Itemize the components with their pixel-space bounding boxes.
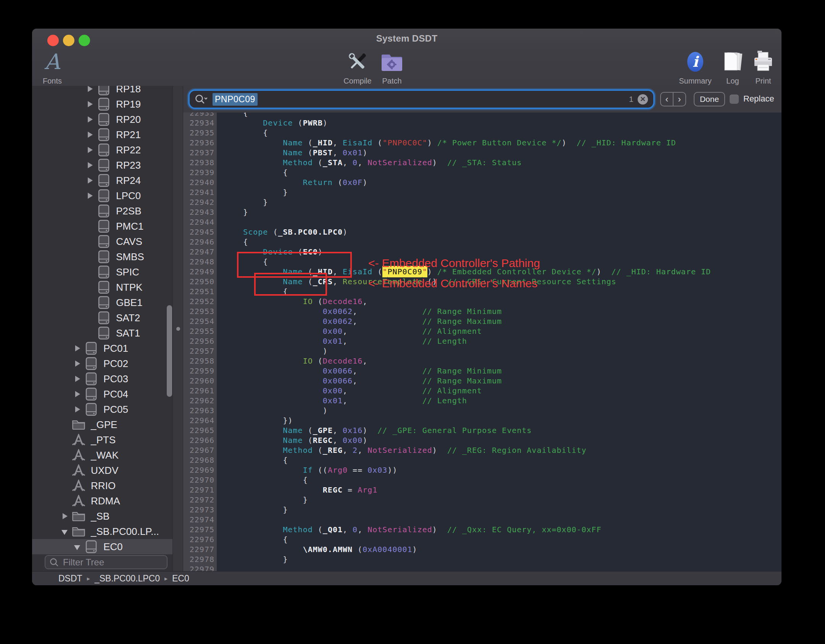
filter-tree-input[interactable]: Filter Tree — [45, 555, 168, 569]
sidebar-item-gbe1[interactable]: GBE1 — [32, 295, 172, 310]
folder-icon — [72, 419, 85, 430]
sidebar-item--pts[interactable]: _PTS — [32, 432, 172, 448]
tree-item-label: SPIC — [116, 266, 139, 278]
tree-item-label: RDMA — [91, 495, 120, 507]
disclosure-collapsed-icon[interactable] — [85, 127, 96, 142]
line-number: 22934 — [183, 118, 217, 128]
sidebar-scrollbar-thumb[interactable] — [167, 305, 172, 397]
line-number: 22953 — [183, 306, 217, 316]
breadcrumb-item[interactable]: EC0 — [172, 573, 189, 584]
code-line-22937: 22937 Name (PBST, 0x01) — [183, 148, 781, 158]
toolbar-patch-button[interactable]: Patch — [365, 49, 419, 86]
next-match-button[interactable]: › — [674, 93, 685, 106]
code-line-22953: 22953 0x0062, // Range Minimum — [183, 306, 781, 316]
sidebar-item-p2sb[interactable]: P2SB — [32, 203, 172, 219]
disclosure-collapsed-icon[interactable] — [85, 158, 96, 173]
names-annotation: <- Embedded Controller's Names — [368, 277, 537, 290]
tree-item-label: EC0 — [103, 541, 123, 553]
disclosure-expanded-icon[interactable] — [72, 539, 84, 554]
disclosure-collapsed-icon[interactable] — [72, 356, 84, 371]
disclosure-collapsed-icon[interactable] — [85, 173, 96, 188]
disclosure-spacer — [85, 310, 96, 325]
sidebar-item-pc01[interactable]: PC01 — [32, 341, 172, 356]
disclosure-collapsed-icon[interactable] — [85, 112, 96, 127]
dsdt-tree: RP18RP19RP20RP21RP22RP23RP24LPC0P2SBPMC1… — [32, 86, 172, 554]
toolbar-print-button[interactable]: Print — [736, 49, 781, 86]
clear-search-icon[interactable]: ✕ — [638, 94, 648, 105]
tree-item-label: _WAK — [91, 449, 119, 461]
sidebar-item--gpe[interactable]: _GPE — [32, 417, 172, 432]
sidebar-item-lpc0[interactable]: LPC0 — [32, 188, 172, 203]
line-number: 22933 — [183, 113, 217, 118]
sidebar-item-sat2[interactable]: SAT2 — [32, 310, 172, 325]
code-line-22977: 22977 \AMW0.AMWN (0xA0040001) — [183, 544, 781, 554]
previous-match-button[interactable]: ‹ — [661, 93, 674, 106]
replace-checkbox[interactable] — [730, 95, 739, 104]
print-icon — [751, 50, 775, 74]
code-line-22964: 22964 }) — [183, 415, 781, 425]
sidebar-item-cavs[interactable]: CAVS — [32, 234, 172, 249]
sidebar-item-rrio[interactable]: RRIO — [32, 478, 172, 493]
code-line-22944: 22944 — [183, 217, 781, 227]
line-number: 22941 — [183, 187, 217, 197]
disclosure-collapsed-icon[interactable] — [85, 142, 96, 158]
toolbar-fonts-button[interactable]: AFonts — [32, 49, 79, 86]
disclosure-collapsed-icon[interactable] — [85, 188, 96, 203]
device-icon — [98, 266, 110, 279]
sidebar-item-pmc1[interactable]: PMC1 — [32, 219, 172, 234]
sidebar-item-uxdv[interactable]: UXDV — [32, 463, 172, 478]
disclosure-collapsed-icon[interactable] — [72, 402, 84, 417]
breadcrumb-item[interactable]: DSDT — [58, 573, 82, 584]
status-bar: DSDT▸_SB.PC00.LPC0▸EC0 — [32, 571, 781, 585]
sidebar-item-rp18[interactable]: RP18 — [32, 86, 172, 97]
sidebar-item-rp22[interactable]: RP22 — [32, 142, 172, 158]
disclosure-collapsed-icon[interactable] — [85, 97, 96, 112]
line-number: 22971 — [183, 485, 217, 495]
device-icon — [98, 220, 110, 233]
sidebar-item-spic[interactable]: SPIC — [32, 264, 172, 280]
disclosure-spacer — [60, 493, 71, 509]
code-line-22972: 22972 } — [183, 495, 781, 505]
disclosure-collapsed-icon[interactable] — [72, 341, 84, 356]
done-button[interactable]: Done — [694, 92, 725, 106]
sidebar-item-ntpk[interactable]: NTPK — [32, 280, 172, 295]
disclosure-expanded-icon[interactable] — [60, 524, 71, 539]
sidebar-item-smbs[interactable]: SMBS — [32, 249, 172, 264]
sidebar-item-pc05[interactable]: PC05 — [32, 402, 172, 417]
sidebar-item-rdma[interactable]: RDMA — [32, 493, 172, 509]
sidebar-item-pc04[interactable]: PC04 — [32, 386, 172, 402]
sidebar-item-ec0[interactable]: EC0 — [32, 539, 172, 554]
sidebar-item--sb-pc00-lp-[interactable]: _SB.PC00.LP... — [32, 524, 172, 539]
sidebar-item-rp24[interactable]: RP24 — [32, 173, 172, 188]
sidebar-item--sb[interactable]: _SB — [32, 509, 172, 524]
sidebar-item-pc02[interactable]: PC02 — [32, 356, 172, 371]
device-icon — [98, 159, 110, 172]
breadcrumb-item[interactable]: _SB.PC00.LPC0 — [95, 573, 160, 584]
code-line-22965: 22965 Name (_GPE, 0x16) // _GPE: General… — [183, 425, 781, 435]
disclosure-collapsed-icon[interactable] — [72, 371, 84, 386]
disclosure-collapsed-icon[interactable] — [60, 509, 71, 524]
code-editor[interactable]: 22933 {22934 Device (PWRB)22935 {22936 N… — [183, 113, 781, 571]
search-input[interactable]: PNP0C09 1 ✕ — [190, 91, 653, 108]
sidebar-item-rp20[interactable]: RP20 — [32, 112, 172, 127]
disclosure-spacer — [60, 432, 71, 448]
disclosure-collapsed-icon[interactable] — [72, 386, 84, 402]
window-title: System DSDT — [32, 33, 781, 44]
tree-item-label: _SB — [91, 510, 110, 522]
method-icon — [72, 464, 85, 477]
pane-splitter[interactable] — [172, 86, 183, 571]
sidebar-item-pc03[interactable]: PC03 — [32, 371, 172, 386]
disclosure-collapsed-icon[interactable] — [85, 86, 96, 97]
sidebar-item-rp23[interactable]: RP23 — [32, 158, 172, 173]
sidebar-item-rp21[interactable]: RP21 — [32, 127, 172, 142]
disclosure-spacer — [60, 448, 71, 463]
tree-item-label: RP20 — [116, 114, 141, 126]
device-icon — [98, 128, 110, 141]
sidebar-item-rp19[interactable]: RP19 — [32, 97, 172, 112]
device-icon — [98, 235, 110, 248]
line-number: 22973 — [183, 505, 217, 515]
line-number: 22936 — [183, 138, 217, 148]
sidebar-item--wak[interactable]: _WAK — [32, 448, 172, 463]
line-number: 22947 — [183, 247, 217, 257]
sidebar-item-sat1[interactable]: SAT1 — [32, 325, 172, 341]
